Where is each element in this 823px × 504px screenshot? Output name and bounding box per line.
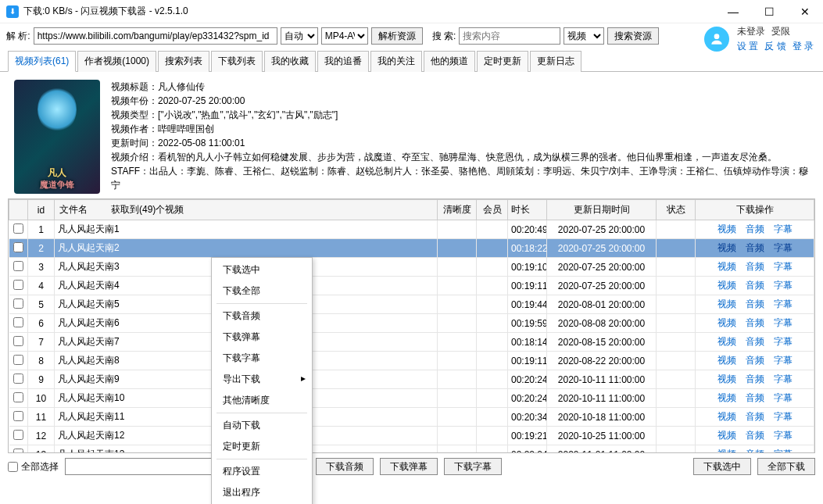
op-audio-link[interactable]: 音频 (746, 355, 764, 366)
op-video-link[interactable]: 视频 (717, 430, 736, 441)
menu-item[interactable]: 自动下载 (212, 415, 312, 436)
op-video-link[interactable]: 视频 (717, 298, 736, 309)
op-audio-link[interactable]: 音频 (746, 298, 764, 309)
op-sub-link[interactable]: 字幕 (774, 355, 793, 366)
download-sub-button[interactable]: 下载字幕 (444, 458, 502, 475)
op-audio-link[interactable]: 音频 (746, 411, 764, 422)
op-sub-link[interactable]: 字幕 (774, 449, 793, 452)
op-audio-link[interactable]: 音频 (746, 261, 764, 272)
col-date[interactable]: 更新日期时间 (547, 200, 657, 220)
op-audio-link[interactable]: 音频 (746, 449, 764, 452)
tab-2[interactable]: 搜索列表 (158, 51, 209, 72)
download-selected-button[interactable]: 下载选中 (693, 458, 751, 475)
col-clarity[interactable]: 清晰度 (438, 200, 477, 220)
table-row[interactable]: 8凡人风起天南800:19:112020-08-22 20:00:00视频音频字… (9, 352, 814, 370)
tab-7[interactable]: 他的频道 (424, 51, 475, 72)
row-checkbox[interactable] (13, 374, 23, 384)
feedback-link[interactable]: 反 馈 (764, 40, 785, 53)
search-type-select[interactable]: 视频 (564, 27, 604, 45)
minimize-button[interactable]: — (715, 0, 751, 23)
op-video-link[interactable]: 视频 (717, 355, 736, 366)
op-video-link[interactable]: 视频 (717, 261, 736, 272)
row-checkbox[interactable] (13, 242, 23, 252)
download-all-button[interactable]: 全部下载 (757, 458, 815, 475)
table-row[interactable]: 2凡人风起天南200:18:222020-07-25 20:00:00视频音频字… (9, 239, 814, 258)
table-row[interactable]: 7凡人风起天南700:18:142020-08-15 20:00:00视频音频字… (9, 333, 814, 352)
format-select[interactable]: MP4-AVC (321, 27, 368, 45)
op-sub-link[interactable]: 字幕 (774, 392, 793, 403)
menu-item[interactable]: 下载全部 (212, 281, 312, 302)
op-sub-link[interactable]: 字幕 (774, 317, 793, 328)
op-video-link[interactable]: 视频 (717, 336, 736, 347)
url-input[interactable] (34, 27, 277, 45)
menu-item[interactable]: 定时更新 (212, 436, 312, 457)
op-sub-link[interactable]: 字幕 (774, 430, 793, 441)
menu-item[interactable]: 下载弹幕 (212, 327, 312, 348)
select-all-checkbox[interactable]: 全部选择 (8, 460, 59, 474)
table-row[interactable]: 5凡人风起天南500:19:442020-08-01 20:00:00视频音频字… (9, 295, 814, 314)
table-row[interactable]: 4凡人风起天南400:19:112020-07-25 20:00:00视频音频字… (9, 277, 814, 295)
row-checkbox[interactable] (13, 336, 23, 346)
table-row[interactable]: 6凡人风起天南600:19:592020-08-08 20:00:00视频音频字… (9, 314, 814, 333)
op-video-link[interactable]: 视频 (717, 374, 736, 384)
op-video-link[interactable]: 视频 (717, 411, 736, 422)
menu-item[interactable]: 下载选中 (212, 259, 312, 281)
table-row[interactable]: 9凡人风起天南900:20:242020-10-11 11:00:00视频音频字… (9, 370, 814, 389)
table-row[interactable]: 10凡人风起天南1000:20:242020-10-11 11:00:00视频音… (9, 389, 814, 408)
row-checkbox[interactable] (13, 392, 23, 402)
menu-item[interactable]: 下载音频 (212, 306, 312, 327)
download-audio-button[interactable]: 下载音频 (316, 458, 374, 475)
tab-1[interactable]: 作者视频(1000) (77, 51, 156, 72)
auto-select[interactable]: 自动 (281, 27, 318, 45)
col-status[interactable]: 状态 (657, 200, 696, 220)
op-video-link[interactable]: 视频 (717, 449, 736, 452)
op-sub-link[interactable]: 字幕 (774, 242, 793, 253)
table-row[interactable]: 11凡人风起天南1100:20:342020-10-18 11:00:00视频音… (9, 408, 814, 427)
col-ops[interactable]: 下载操作 (696, 200, 814, 220)
row-checkbox[interactable] (13, 317, 23, 327)
tab-4[interactable]: 我的收藏 (264, 51, 316, 72)
op-sub-link[interactable]: 字幕 (774, 374, 793, 384)
op-sub-link[interactable]: 字幕 (774, 261, 793, 272)
op-audio-link[interactable]: 音频 (746, 317, 764, 328)
op-audio-link[interactable]: 音频 (746, 336, 764, 347)
op-audio-link[interactable]: 音频 (746, 223, 764, 234)
op-video-link[interactable]: 视频 (717, 280, 736, 291)
op-sub-link[interactable]: 字幕 (774, 223, 793, 234)
menu-item[interactable]: 下载字幕 (212, 348, 312, 369)
op-video-link[interactable]: 视频 (717, 392, 736, 403)
row-checkbox[interactable] (13, 355, 23, 365)
col-duration[interactable]: 时长 (508, 200, 547, 220)
tab-3[interactable]: 下载列表 (211, 51, 263, 72)
menu-item[interactable]: 程序设置 (212, 461, 312, 482)
tab-9[interactable]: 更新日志 (530, 51, 581, 72)
row-checkbox[interactable] (13, 298, 23, 309)
tab-0[interactable]: 视频列表(61) (8, 51, 76, 72)
table-row[interactable]: 1凡人风起天南100:20:492020-07-25 20:00:00视频音频字… (9, 220, 814, 239)
close-button[interactable]: ✕ (787, 0, 823, 23)
parse-button[interactable]: 解析资源 (371, 27, 423, 45)
tab-5[interactable]: 我的追番 (317, 51, 369, 72)
op-audio-link[interactable]: 音频 (746, 430, 764, 441)
menu-item[interactable]: 导出下载▸ (212, 369, 312, 390)
op-sub-link[interactable]: 字幕 (774, 280, 793, 291)
row-checkbox[interactable] (13, 223, 23, 234)
op-audio-link[interactable]: 音频 (746, 242, 764, 253)
table-row[interactable]: 3凡人风起天南300:19:102020-07-25 20:00:00视频音频字… (9, 258, 814, 277)
menu-item[interactable]: 其他清晰度 (212, 390, 312, 411)
maximize-button[interactable]: ☐ (751, 0, 787, 23)
col-filename[interactable]: 文件名获取到(49)个视频 (55, 200, 438, 220)
table-row[interactable]: 13凡人风起天南1300:22:042020-11-01 11:00:00视频音… (9, 445, 814, 453)
download-danmu-button[interactable]: 下载弹幕 (380, 458, 438, 475)
row-checkbox[interactable] (13, 449, 23, 453)
table-row[interactable]: 12凡人风起天南1200:19:212020-10-25 11:00:00视频音… (9, 427, 814, 445)
avatar[interactable] (704, 27, 729, 52)
col-vip[interactable]: 会员 (477, 200, 508, 220)
col-id[interactable]: id (28, 200, 55, 220)
op-video-link[interactable]: 视频 (717, 242, 736, 253)
op-audio-link[interactable]: 音频 (746, 392, 764, 403)
tab-6[interactable]: 我的关注 (370, 51, 422, 72)
op-video-link[interactable]: 视频 (717, 223, 736, 234)
settings-link[interactable]: 设 置 (737, 40, 758, 53)
row-checkbox[interactable] (13, 430, 23, 440)
